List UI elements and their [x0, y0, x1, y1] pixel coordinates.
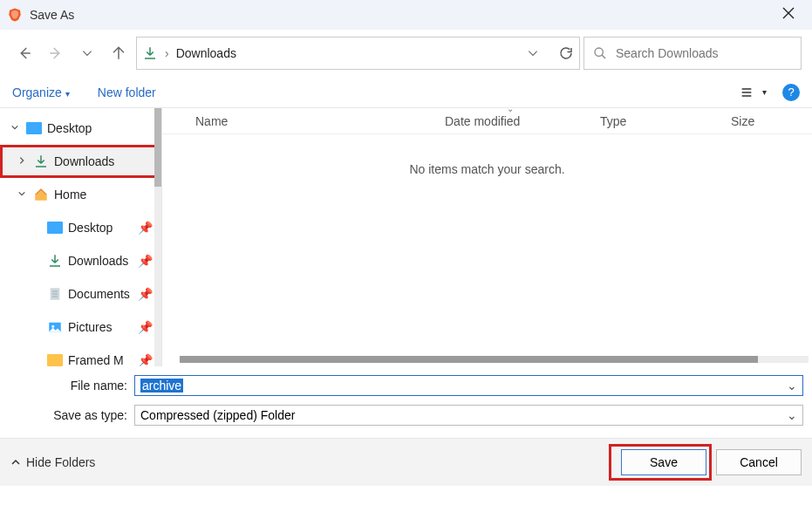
pin-icon: 📌	[138, 287, 153, 301]
caret-down-icon: ▾	[65, 89, 70, 99]
nav-up-button[interactable]	[105, 39, 133, 67]
refresh-icon[interactable]	[558, 45, 574, 61]
breadcrumb-separator-icon: ›	[165, 46, 169, 60]
pin-icon: 📌	[138, 221, 153, 235]
save-button[interactable]: Save	[621, 449, 706, 475]
download-icon	[47, 253, 63, 269]
chevron-down-icon	[81, 47, 93, 59]
column-size[interactable]: Size	[719, 114, 812, 128]
breadcrumb[interactable]: › Downloads	[136, 37, 580, 70]
download-folder-icon	[142, 45, 158, 61]
pin-icon: 📌	[138, 320, 153, 334]
chevron-up-icon	[10, 457, 21, 468]
window-title: Save As	[30, 8, 74, 22]
column-date-modified[interactable]: ⌄Date modified	[433, 114, 588, 128]
pin-icon: 📌	[138, 254, 153, 268]
folder-icon	[47, 354, 63, 366]
svg-point-3	[51, 325, 54, 328]
column-name[interactable]: Name	[162, 114, 433, 128]
desktop-icon	[26, 122, 42, 134]
search-icon	[593, 46, 607, 60]
sort-indicator-icon: ⌄	[507, 104, 514, 113]
pin-icon: 📌	[138, 353, 153, 366]
empty-list-message: No items match your search.	[162, 162, 812, 176]
save-type-field[interactable]: Compressed (zipped) Folder ⌄	[134, 405, 803, 426]
arrow-right-icon	[48, 45, 64, 61]
column-headers: Name ⌄Date modified Type Size	[162, 108, 812, 134]
tree-item-home-pictures[interactable]: Pictures 📌	[0, 311, 161, 344]
chevron-down-icon[interactable]: ⌄	[787, 408, 797, 422]
file-list: Name ⌄Date modified Type Size No items m…	[162, 108, 812, 366]
tree-scrollbar[interactable]	[154, 108, 161, 366]
brave-logo-icon	[7, 7, 23, 23]
file-name-field[interactable]: archive ⌄	[134, 375, 803, 396]
tree-item-home-desktop[interactable]: Desktop 📌	[0, 211, 161, 244]
nav-back-button[interactable]	[10, 39, 38, 67]
view-menu[interactable]: ▾	[740, 85, 767, 99]
cancel-button[interactable]: Cancel	[716, 449, 802, 475]
arrow-up-icon	[111, 45, 126, 61]
home-icon	[33, 187, 49, 202]
new-folder-button[interactable]: New folder	[98, 85, 156, 99]
list-view-icon	[740, 85, 754, 99]
organize-menu[interactable]: Organize▾	[12, 85, 70, 99]
document-icon	[47, 286, 63, 302]
chevron-right-icon	[17, 156, 26, 165]
tree-item-home-documents[interactable]: Documents 📌	[0, 277, 161, 311]
hide-folders-button[interactable]: Hide Folders	[10, 455, 95, 469]
folder-tree: Desktop Downloads Home Desktop 📌 Downloa…	[0, 108, 162, 366]
tree-item-home-framed[interactable]: Framed M 📌	[0, 344, 161, 366]
column-type[interactable]: Type	[588, 114, 719, 128]
arrow-left-icon	[17, 45, 32, 61]
pictures-icon	[47, 319, 63, 335]
tree-item-downloads[interactable]: Downloads	[0, 145, 161, 178]
download-icon	[33, 154, 49, 169]
chevron-down-icon	[10, 123, 19, 132]
list-hscrollbar[interactable]	[180, 356, 809, 363]
caret-down-icon: ▾	[762, 87, 767, 97]
close-icon	[782, 7, 795, 19]
search-box[interactable]	[583, 37, 802, 70]
breadcrumb-location[interactable]: Downloads	[176, 46, 236, 60]
file-name-value[interactable]: archive	[140, 379, 183, 393]
search-input[interactable]	[616, 46, 792, 60]
close-button[interactable]	[772, 3, 805, 26]
svg-point-0	[595, 48, 603, 56]
save-type-label: Save as type:	[9, 408, 134, 422]
tree-item-home-downloads[interactable]: Downloads 📌	[0, 244, 161, 277]
save-type-value: Compressed (zipped) Folder	[140, 408, 295, 422]
desktop-icon	[47, 222, 63, 234]
file-name-label: File name:	[9, 379, 134, 393]
tree-item-desktop[interactable]: Desktop	[0, 112, 161, 145]
tree-item-home[interactable]: Home	[0, 178, 161, 211]
nav-recent-button[interactable]	[73, 39, 101, 67]
chevron-down-icon[interactable]: ⌄	[787, 379, 797, 393]
chevron-down-icon	[17, 189, 26, 198]
nav-forward-button[interactable]	[42, 39, 70, 67]
chevron-down-icon[interactable]	[527, 47, 539, 59]
help-button[interactable]: ?	[782, 84, 800, 101]
